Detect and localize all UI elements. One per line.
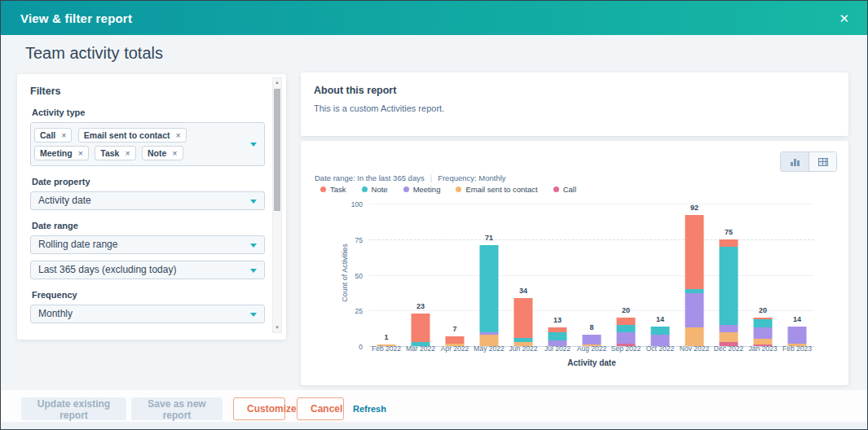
x-tick-label: Jan 2023 [746, 344, 780, 353]
rolling-range-select[interactable]: Last 365 days (excluding today) [30, 261, 265, 279]
date-range-value: Rolling date range [38, 239, 117, 250]
bar-segment-note[interactable] [549, 332, 567, 341]
filter-tag-call[interactable]: Call× [34, 128, 72, 143]
bar-segment-note[interactable] [720, 247, 738, 325]
legend-item-email-sent-to-contact[interactable]: Email sent to contact [456, 185, 537, 194]
bar-total-label: 1 [369, 333, 403, 341]
compared-to-label: Compared To [32, 334, 263, 335]
bar-segment-task[interactable] [720, 239, 738, 247]
refresh-link[interactable]: Refresh [353, 404, 386, 414]
bar-segment-meeting[interactable] [583, 335, 601, 344]
bar-stack[interactable] [685, 215, 704, 346]
bar-stack[interactable] [754, 318, 773, 346]
remove-tag-icon[interactable]: × [175, 130, 180, 140]
bar-segment-task[interactable] [514, 298, 533, 338]
close-icon[interactable]: ✕ [834, 7, 854, 29]
bar-stack[interactable] [480, 245, 499, 346]
caption-frequency: Frequency: Monthly [438, 173, 505, 182]
legend-item-meeting[interactable]: Meeting [403, 185, 441, 194]
bar-chart-icon [791, 158, 800, 166]
update-existing-report-button[interactable]: Update existing report [21, 397, 126, 420]
bar-segment-note[interactable] [617, 325, 636, 332]
chevron-down-icon [250, 143, 257, 147]
chevron-down-icon [250, 200, 257, 204]
about-panel: About this report This is a custom Activ… [301, 72, 848, 136]
y-tick-label: 100 [335, 200, 363, 208]
date-property-select[interactable]: Activity date [30, 191, 265, 210]
rolling-range-value: Last 365 days (excluding today) [38, 264, 176, 275]
remove-tag-icon[interactable]: × [172, 148, 177, 158]
frequency-select[interactable]: Monthly [30, 305, 265, 323]
scrollbar-thumb[interactable] [274, 89, 280, 211]
bar-stack[interactable] [720, 239, 738, 346]
bar-total-label: 14 [780, 315, 814, 323]
filter-tag-email[interactable]: Email sent to contact× [78, 128, 187, 143]
bar-column-feb-2022: 1 [369, 204, 403, 346]
plot-wrapper: Count of Activities 12377134138201492752… [314, 197, 835, 376]
filters-heading: Filters [30, 86, 286, 97]
legend-dot-icon [362, 186, 368, 192]
filter-tag-label: Task [100, 148, 119, 158]
caption-separator: | [425, 173, 438, 182]
activity-type-multiselect[interactable]: Call× Email sent to contact× Meeting× Ta… [30, 122, 265, 166]
chart-caption: Date range: In the last 365 days|Frequen… [315, 173, 506, 182]
bar-total-label: 14 [643, 315, 677, 323]
legend-label: Note [372, 185, 388, 194]
x-tick-label: Jun 2022 [506, 344, 540, 353]
legend-item-call[interactable]: Call [553, 185, 576, 194]
bar-segment-note[interactable] [651, 327, 670, 336]
filter-tag-task[interactable]: Task× [95, 146, 135, 160]
filter-tag-meeting[interactable]: Meeting× [34, 146, 89, 160]
bar-stack[interactable] [651, 327, 670, 347]
bar-segment-task[interactable] [617, 318, 636, 325]
bar-total-label: 8 [575, 323, 609, 331]
bar-segment-task[interactable] [412, 314, 430, 342]
bar-segment-meeting[interactable] [754, 327, 773, 339]
bar-segment-email-sent-to-contact[interactable] [685, 327, 704, 346]
legend-item-task[interactable]: Task [320, 185, 346, 194]
bar-stack[interactable] [514, 298, 533, 347]
activity-type-label: Activity type [32, 108, 263, 117]
date-range-select[interactable]: Rolling date range [30, 235, 265, 254]
bar-total-label: 75 [712, 228, 746, 236]
remove-tag-icon[interactable]: × [125, 148, 130, 158]
bar-segment-meeting[interactable] [720, 325, 738, 332]
bar-segment-meeting[interactable] [617, 332, 636, 344]
bar-segment-task[interactable] [685, 215, 704, 289]
legend-label: Meeting [413, 185, 441, 194]
table-view-button[interactable] [809, 152, 836, 171]
bar-stack[interactable] [412, 314, 430, 346]
bar-segment-meeting[interactable] [788, 327, 807, 344]
caption-date-range: Date range: In the last 365 days [315, 173, 425, 182]
x-tick-label: Apr 2022 [438, 344, 472, 353]
customize-button[interactable]: Customize [233, 397, 285, 420]
bar-stack[interactable] [549, 327, 567, 346]
bottom-strip [1, 422, 867, 429]
bar-segment-note[interactable] [754, 319, 773, 328]
remove-tag-icon[interactable]: × [78, 148, 83, 158]
bar-total-label: 34 [506, 287, 540, 295]
legend-item-note[interactable]: Note [362, 185, 388, 194]
scroll-up-icon[interactable]: ▲ [273, 78, 281, 87]
filters-scrollbar[interactable]: ▲ ▼ [272, 77, 282, 333]
save-as-new-report-button[interactable]: Save as new report [131, 397, 223, 420]
bar-segment-task[interactable] [446, 336, 465, 344]
bar-segment-email-sent-to-contact[interactable] [720, 332, 738, 342]
scroll-down-icon[interactable]: ▼ [273, 323, 281, 332]
chart-panel: Date range: In the last 365 days|Frequen… [301, 141, 848, 385]
bar-segment-meeting[interactable] [685, 293, 704, 327]
about-heading: About this report [314, 85, 835, 96]
filter-tag-note[interactable]: Note× [142, 146, 183, 160]
bar-stack[interactable] [617, 318, 636, 346]
filters-scroll-area: Activity type Call× Email sent to contac… [30, 100, 286, 335]
remove-tag-icon[interactable]: × [61, 130, 66, 140]
x-tick-label: Mar 2022 [403, 344, 438, 353]
bar-total-label: 20 [746, 306, 780, 314]
filter-tag-label: Call [40, 130, 55, 140]
bar-segment-note[interactable] [480, 245, 499, 332]
cancel-button[interactable]: Cancel [297, 397, 344, 420]
chart-view-button[interactable] [781, 152, 809, 171]
bar-stack[interactable] [788, 327, 807, 347]
bar-column-jul-2022: 13 [540, 204, 575, 346]
bar-column-apr-2022: 7 [438, 204, 472, 346]
